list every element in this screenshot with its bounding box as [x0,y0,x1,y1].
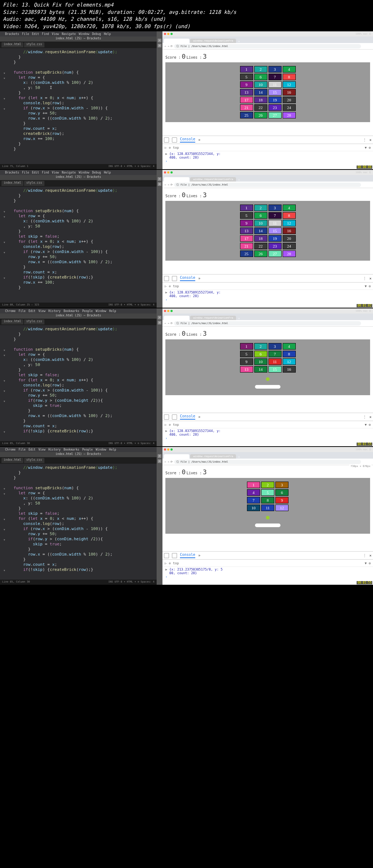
menu-item[interactable]: File [22,171,29,174]
reload-icon[interactable]: ⟳ [170,183,173,186]
inspect-icon[interactable] [164,414,169,420]
star-icon[interactable]: ☆ [362,460,364,463]
console-prompt[interactable]: › [165,159,167,163]
menu-item[interactable]: View [52,32,59,36]
fold-icon[interactable]: ▾ [3,537,5,542]
fold-icon[interactable]: ▾ [3,389,5,394]
live-preview-icon[interactable]: ⚡ [158,177,161,181]
new-tab-icon[interactable]: + [237,40,241,43]
menu-item[interactable]: Window [79,171,89,174]
more-tabs-icon[interactable]: » [198,138,200,142]
console-tab[interactable]: Console [180,276,195,281]
minimize-window-icon[interactable] [167,310,169,312]
live-preview-icon[interactable]: ⚡ [158,39,161,42]
close-window-icon[interactable] [164,171,166,174]
editor-tab[interactable]: style.css [24,181,44,186]
fold-icon[interactable]: ▾ [3,399,5,404]
maximize-window-icon[interactable] [170,310,173,312]
code-editor[interactable]: ▾▾▾▾▾▾ //window.requestAnimationFrame(up… [0,325,157,441]
profile-icon[interactable]: ● [365,322,367,325]
menu-item[interactable]: View [52,171,59,174]
fold-icon[interactable]: ▾ [3,348,5,353]
editor-tab[interactable]: index.html [1,42,23,47]
extension-icon[interactable]: ▫ [158,459,161,463]
expand-arrow-icon[interactable]: ▶ [165,568,167,571]
menu-item[interactable]: Brackets [5,32,19,36]
close-window-icon[interactable] [164,448,166,451]
menu-item[interactable]: Bookmarks [63,448,79,451]
fold-icon[interactable]: ▾ [3,96,5,101]
menu-item[interactable]: Window [79,32,89,36]
fold-icon[interactable]: ▾ [3,240,5,245]
fold-icon[interactable]: ▾ [3,76,5,81]
menu-item[interactable]: Help [109,448,116,451]
settings-gear-icon[interactable]: ⚙ [369,423,371,427]
menu-item[interactable]: Chrome [5,310,16,313]
menu-item[interactable]: File [22,32,29,36]
play-icon[interactable]: ▷ [165,284,166,288]
browser-tab[interactable]: window.requestAnimationFra [190,316,236,320]
live-preview-icon[interactable]: ⚡ [158,316,161,319]
console-prompt[interactable]: › [165,575,167,579]
menu-item[interactable]: People [82,310,93,313]
menu-item[interactable]: Debug [92,32,101,36]
back-icon[interactable]: ← [165,322,166,325]
editor-tab[interactable]: index.html [1,458,23,463]
reload-icon[interactable]: ⟳ [170,45,173,48]
browser-tab-active[interactable]: JavaScript× [164,177,189,182]
close-devtools-icon[interactable]: ✕ [369,415,372,419]
fold-icon[interactable]: ▾ [3,250,5,255]
menu-item[interactable]: Chrome [5,448,16,451]
fold-icon[interactable]: ▾ [3,378,5,384]
fold-icon[interactable]: ▾ [3,486,5,491]
filter-dropdown-icon[interactable]: ▼ [365,423,366,427]
menu-item[interactable]: View [38,310,45,313]
filter-dropdown-icon[interactable]: ▼ [365,146,366,149]
maximize-window-icon[interactable] [170,448,173,451]
console-tab[interactable]: Console [180,137,195,143]
expand-arrow-icon[interactable]: ▶ [165,152,167,156]
settings-gear-icon[interactable]: ⚙ [369,284,371,288]
fold-icon[interactable]: ▾ [3,209,5,214]
profile-icon[interactable]: ● [365,45,367,48]
menu-item[interactable]: History [48,310,61,313]
menu-item[interactable]: Debug [92,171,101,174]
device-icon[interactable] [172,553,177,558]
minimize-window-icon[interactable] [167,33,169,35]
live-preview-icon[interactable]: ⚡ [158,454,161,458]
fold-icon[interactable]: ▾ [3,276,5,281]
reload-icon[interactable]: ⟳ [170,460,173,463]
extension-icon[interactable]: ▫ [158,321,161,324]
settings-gear-icon[interactable]: ⚙ [369,146,371,149]
forward-icon[interactable]: → [168,460,169,463]
minimize-window-icon[interactable] [167,171,169,174]
editor-tab[interactable]: style.css [24,458,44,463]
star-icon[interactable]: ☆ [362,183,364,186]
browser-tab-active[interactable]: JavaScript× [164,39,189,43]
fold-icon[interactable]: ▾ [3,106,5,112]
kebab-icon[interactable]: ⋮ [363,138,366,142]
code-editor[interactable]: ▾▾▾▾▾ //window.requestAnimationFrame(upd… [0,187,157,303]
inspect-icon[interactable] [164,276,169,281]
menu-icon[interactable]: ⋮ [368,460,371,463]
fold-icon[interactable]: ▾ [3,568,5,573]
star-icon[interactable]: ☆ [362,45,364,48]
menu-item[interactable]: Find [42,32,49,36]
star-icon[interactable]: ☆ [362,322,364,325]
context-dropdown[interactable]: top [173,146,362,149]
forward-icon[interactable]: → [168,183,169,186]
menu-icon[interactable]: ⋮ [368,183,371,186]
settings-gear-icon[interactable]: ⚙ [369,561,371,565]
close-devtools-icon[interactable]: ✕ [369,276,372,280]
device-icon[interactable] [172,276,177,281]
code-editor[interactable]: ▾▾▾▾▾▾ //window.requestAnimationFrame(up… [0,464,157,580]
clear-icon[interactable]: ⊘ [169,146,170,149]
menu-item[interactable]: Edit [28,448,35,451]
fold-icon[interactable]: ▾ [3,353,5,358]
more-tabs-icon[interactable]: » [198,553,200,557]
close-devtools-icon[interactable]: ✕ [369,138,372,142]
extension-icon[interactable]: ▫ [158,44,161,47]
editor-tab[interactable]: index.html [1,319,23,324]
console-prompt[interactable]: › [165,298,167,301]
clear-icon[interactable]: ⊘ [169,284,170,288]
